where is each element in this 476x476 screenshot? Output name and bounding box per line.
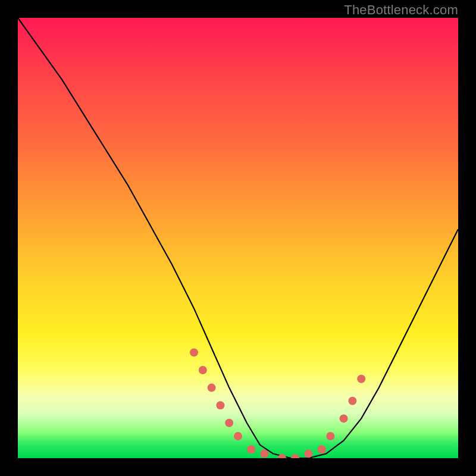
marker-dot bbox=[326, 432, 334, 440]
marker-dot bbox=[318, 445, 326, 453]
marker-dot bbox=[190, 348, 198, 356]
marker-dot bbox=[357, 375, 365, 383]
chart-stage: TheBottleneck.com bbox=[0, 0, 476, 476]
plot-area bbox=[18, 18, 458, 458]
marker-dot bbox=[234, 432, 242, 440]
highlight-markers bbox=[190, 348, 365, 458]
marker-dot bbox=[208, 384, 216, 392]
marker-dot bbox=[348, 397, 356, 405]
marker-dot bbox=[291, 454, 299, 458]
marker-dot bbox=[216, 401, 224, 409]
watermark-text: TheBottleneck.com bbox=[344, 2, 458, 18]
marker-dot bbox=[260, 450, 268, 458]
curve-svg bbox=[18, 18, 458, 458]
marker-dot bbox=[340, 414, 348, 422]
bottleneck-curve bbox=[18, 18, 458, 458]
marker-dot bbox=[199, 366, 207, 374]
marker-dot bbox=[225, 419, 233, 427]
marker-dot bbox=[247, 445, 255, 453]
marker-dot bbox=[304, 450, 312, 458]
